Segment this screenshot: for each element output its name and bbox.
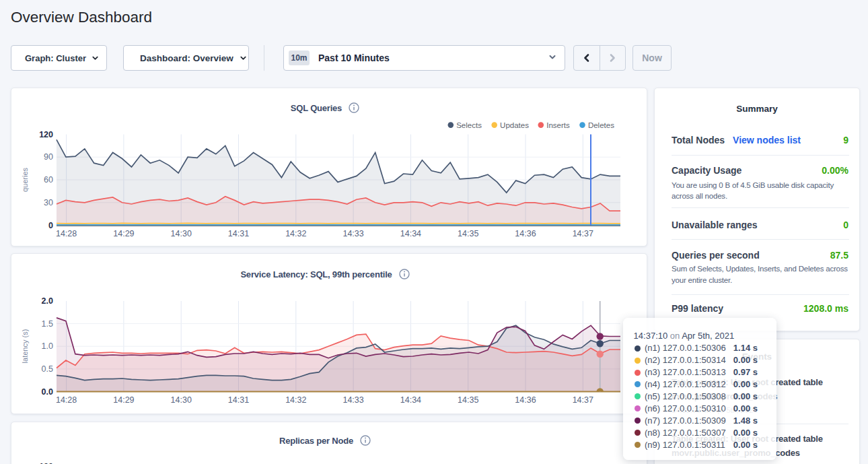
svg-text:120: 120 [39, 130, 53, 139]
svg-text:0: 0 [48, 221, 53, 230]
svg-text:14:35: 14:35 [458, 395, 478, 405]
svg-text:latency (s): latency (s) [21, 329, 29, 364]
svg-text:14:32: 14:32 [285, 229, 306, 238]
svg-text:14:31: 14:31 [228, 229, 249, 238]
svg-text:Inserts: Inserts [546, 121, 570, 129]
svg-text:60: 60 [44, 175, 53, 185]
svg-text:0.0: 0.0 [42, 387, 53, 397]
svg-text:90: 90 [44, 152, 53, 162]
svg-text:14:33: 14:33 [342, 395, 363, 405]
svg-text:14:37: 14:37 [573, 229, 593, 238]
svg-text:14:35: 14:35 [458, 229, 478, 238]
svg-text:14:31: 14:31 [228, 395, 249, 405]
svg-text:1.0: 1.0 [42, 341, 53, 351]
svg-text:Updates: Updates [500, 121, 529, 129]
svg-text:14:36: 14:36 [515, 229, 536, 238]
svg-text:1.5: 1.5 [42, 319, 53, 329]
svg-text:14:32: 14:32 [285, 395, 306, 405]
svg-text:30: 30 [44, 198, 53, 207]
svg-text:14:30: 14:30 [171, 229, 192, 238]
svg-text:14:29: 14:29 [113, 395, 134, 405]
svg-text:14:34: 14:34 [400, 395, 421, 405]
svg-text:14:28: 14:28 [56, 229, 77, 238]
svg-text:0.5: 0.5 [42, 364, 53, 374]
svg-text:Deletes: Deletes [588, 121, 614, 129]
svg-text:14:34: 14:34 [400, 229, 421, 238]
svg-text:14:36: 14:36 [515, 395, 536, 405]
svg-text:14:33: 14:33 [342, 229, 363, 238]
svg-text:14:37: 14:37 [573, 395, 593, 405]
svg-text:14:28: 14:28 [56, 395, 77, 405]
svg-text:14:30: 14:30 [171, 395, 192, 405]
svg-text:2.0: 2.0 [42, 296, 53, 306]
svg-text:14:29: 14:29 [113, 229, 134, 238]
svg-text:queries: queries [21, 167, 29, 192]
svg-text:Selects: Selects [456, 121, 482, 129]
